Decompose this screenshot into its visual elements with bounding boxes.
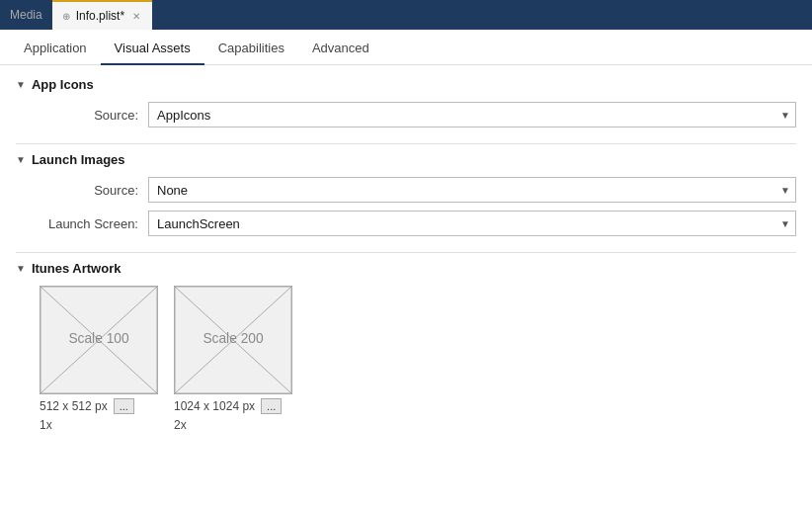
itunes-artwork-chevron[interactable]: ▼	[16, 263, 26, 274]
tab-advanced[interactable]: Advanced	[298, 33, 383, 65]
artwork-item-2x: Scale 200 1024 x 1024 px ... 2x	[174, 286, 292, 432]
tab-application[interactable]: Application	[10, 33, 101, 65]
svg-text:Scale 200: Scale 200	[203, 331, 264, 346]
app-icons-title: App Icons	[32, 77, 94, 92]
tab-infoplist-label: Info.plist*	[76, 9, 124, 23]
tab-capabilities[interactable]: Capabilities	[204, 33, 298, 65]
artwork-placeholder-1x: Scale 100	[41, 287, 157, 393]
artwork-dimensions-1x: 512 x 512 px	[40, 399, 108, 413]
main-content: ▼ App Icons Source: AppIcons ▼ ▼ Launch …	[0, 65, 812, 510]
divider-2	[16, 252, 796, 253]
launch-screen-select[interactable]: LaunchScreen	[148, 211, 796, 236]
tab-pin-icon: ⊕	[62, 11, 70, 22]
artwork-scale-2x: 2x	[174, 418, 292, 432]
tab-visual-assets[interactable]: Visual Assets	[101, 33, 204, 65]
launch-images-chevron[interactable]: ▼	[16, 154, 26, 165]
tab-infoplist[interactable]: ⊕ Info.plist* ✕	[52, 0, 152, 30]
divider-1	[16, 143, 796, 144]
artwork-scale-1x: 1x	[40, 418, 158, 432]
launch-images-source-select[interactable]: None	[148, 177, 796, 203]
tab-close-icon[interactable]: ✕	[130, 9, 142, 24]
app-icons-source-wrapper: AppIcons ▼	[148, 102, 796, 128]
artwork-browse-2x[interactable]: ...	[261, 398, 282, 414]
launch-images-header: ▼ Launch Images	[16, 152, 796, 167]
launch-screen-row: Launch Screen: LaunchScreen ▼	[16, 211, 796, 236]
itunes-artwork-title: Itunes Artwork	[32, 261, 122, 276]
app-icons-chevron[interactable]: ▼	[16, 79, 26, 90]
app-icons-source-label: Source:	[40, 108, 148, 123]
launch-images-source-row: Source: None ▼	[16, 177, 796, 203]
artwork-meta-1x: 512 x 512 px ...	[40, 398, 158, 414]
launch-images-title: Launch Images	[32, 152, 125, 167]
section-tabs: Application Visual Assets Capabilities A…	[0, 30, 812, 65]
artwork-browse-1x[interactable]: ...	[114, 398, 134, 414]
launch-screen-wrapper: LaunchScreen ▼	[148, 211, 796, 236]
app-icons-header: ▼ App Icons	[16, 77, 796, 92]
itunes-artwork-group: ▼ Itunes Artwork Scale 100 512 x 512 px …	[16, 261, 796, 432]
itunes-artwork-header: ▼ Itunes Artwork	[16, 261, 796, 276]
launch-images-group: ▼ Launch Images Source: None ▼ Launch Sc…	[16, 152, 796, 236]
title-bar: Media ⊕ Info.plist* ✕	[0, 0, 812, 30]
launch-images-source-label: Source:	[40, 183, 148, 198]
artwork-placeholder-2x: Scale 200	[175, 287, 291, 393]
app-icons-source-select[interactable]: AppIcons	[148, 102, 796, 128]
artwork-box-2x: Scale 200	[174, 286, 292, 394]
app-icons-group: ▼ App Icons Source: AppIcons ▼	[16, 77, 796, 128]
artwork-grid: Scale 100 512 x 512 px ... 1x Scale 200	[16, 286, 796, 432]
launch-images-source-wrapper: None ▼	[148, 177, 796, 203]
tab-media[interactable]: Media	[0, 0, 52, 30]
artwork-dimensions-2x: 1024 x 1024 px	[174, 399, 255, 413]
artwork-item-1x: Scale 100 512 x 512 px ... 1x	[40, 286, 158, 432]
tab-media-label: Media	[10, 8, 42, 22]
artwork-meta-2x: 1024 x 1024 px ...	[174, 398, 292, 414]
launch-screen-label: Launch Screen:	[40, 216, 148, 231]
artwork-box-1x: Scale 100	[40, 286, 158, 394]
app-icons-source-row: Source: AppIcons ▼	[16, 102, 796, 128]
svg-text:Scale 100: Scale 100	[68, 331, 129, 346]
